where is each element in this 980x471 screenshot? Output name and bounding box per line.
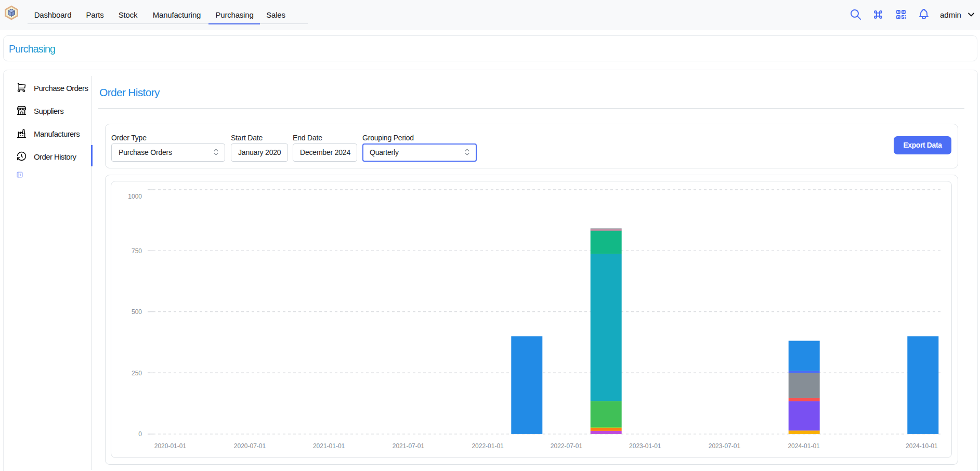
svg-text:2021-07-01: 2021-07-01: [393, 442, 425, 450]
svg-text:0: 0: [138, 430, 142, 438]
svg-text:750: 750: [132, 247, 142, 255]
svg-text:500: 500: [132, 308, 142, 316]
svg-text:250: 250: [132, 370, 142, 377]
svg-text:2024-01-01: 2024-01-01: [788, 442, 820, 450]
svg-text:2023-01-01: 2023-01-01: [629, 442, 661, 450]
svg-text:2024-10-01: 2024-10-01: [906, 442, 938, 450]
svg-text:1000: 1000: [128, 193, 142, 200]
svg-text:2023-07-01: 2023-07-01: [709, 442, 741, 450]
svg-text:2020-07-01: 2020-07-01: [234, 442, 266, 450]
svg-text:2020-01-01: 2020-01-01: [154, 442, 187, 450]
svg-text:2022-01-01: 2022-01-01: [472, 442, 504, 450]
svg-text:2022-07-01: 2022-07-01: [551, 442, 583, 450]
svg-text:2021-01-01: 2021-01-01: [313, 442, 345, 450]
